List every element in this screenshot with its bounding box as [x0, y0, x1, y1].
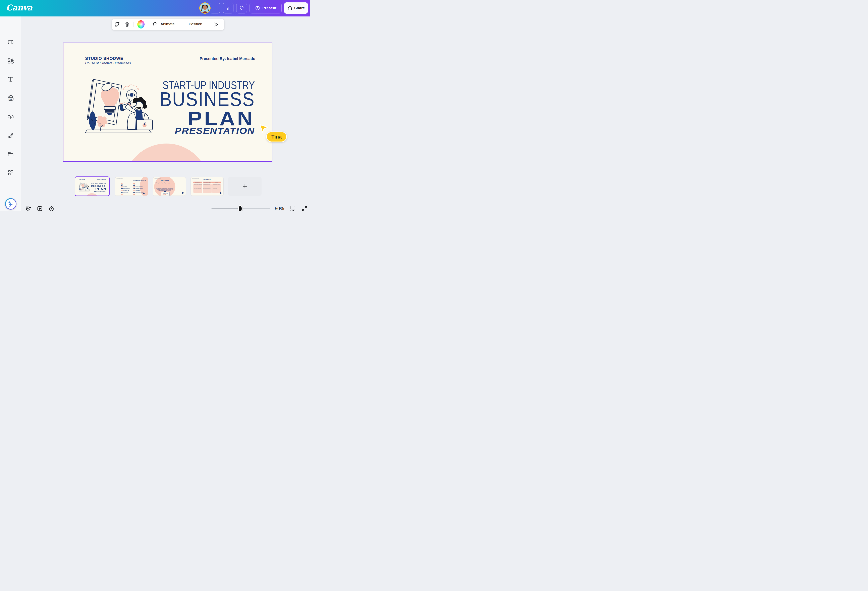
slide-title-line4[interactable]: PRESENTATION — [175, 126, 255, 136]
sidebar-item-draw[interactable] — [7, 132, 14, 139]
toc-item: 07THE CREATIVE TEAM — [121, 190, 133, 192]
position-button[interactable]: Position — [189, 22, 202, 26]
slide-pink-dome-shape[interactable] — [124, 143, 209, 162]
collaborator-name-label: Tina — [266, 131, 287, 142]
thumb1-title4: PRESENTATION — [94, 191, 106, 192]
draw-pen-icon — [7, 132, 14, 138]
zoom-slider-handle[interactable] — [238, 205, 242, 211]
toc-num: 07 — [121, 190, 123, 191]
canva-logo[interactable]: Canva — [6, 3, 32, 12]
thumb4-title: CHALLENGES — [193, 179, 221, 181]
divider — [148, 22, 148, 27]
share-upload-icon — [287, 6, 292, 10]
challenge-col-title: RESOURCE CONSTRAINTS — [204, 182, 211, 183]
divider — [183, 22, 183, 27]
play-button[interactable] — [37, 205, 43, 211]
fullscreen-button[interactable] — [301, 205, 307, 211]
present-button[interactable]: Present — [249, 3, 282, 13]
next-arrow-icon — [143, 193, 145, 194]
expand-icon — [301, 205, 307, 211]
delete-button[interactable] — [124, 21, 130, 28]
sidebar-item-text[interactable] — [7, 76, 14, 83]
comment-plus-icon — [114, 21, 120, 28]
animate-icon — [151, 21, 157, 28]
slide-thumbnail-2[interactable]: www.reallygreatsite.com TABLE OF CONTENT… — [115, 177, 148, 195]
divider — [133, 22, 134, 27]
comments-button[interactable] — [236, 3, 247, 13]
challenge-bullet: Limited financial resources and manpower… — [203, 184, 211, 187]
sidebar-item-brand[interactable]: co — [7, 95, 14, 101]
toc-label: THE CREATIVE TEAM — [123, 190, 129, 191]
notes-button[interactable] — [25, 205, 31, 211]
present-label: Present — [262, 6, 276, 10]
add-page-button[interactable] — [228, 177, 261, 196]
slide-illustration[interactable] — [84, 72, 154, 136]
context-toolbar: Animate Position — [112, 19, 224, 30]
color-picker-button[interactable] — [137, 20, 145, 28]
sidebar-item-uploads[interactable] — [7, 113, 14, 120]
share-button[interactable]: Share — [284, 2, 308, 14]
challenge-col-title: CREDIBILITY — [215, 182, 218, 183]
slide-page[interactable]: STUDIO SHODWE House of Creative Business… — [63, 43, 272, 162]
slide-presented-by[interactable]: Presented By: Isabel Mercado — [200, 56, 255, 61]
thumb1-tagline: House of Creative Businesses — [79, 180, 87, 180]
add-member-button[interactable] — [210, 3, 220, 13]
slide-thumbnail-4[interactable]: www.reallygreatsite.com CHALLENGES UNPRO… — [191, 177, 223, 195]
toc-num: 11 — [133, 185, 135, 186]
next-arrow-icon — [220, 192, 221, 194]
canva-editor: Canva — [0, 0, 310, 211]
toc-item: 14SWOT ANALYSIS — [133, 190, 146, 192]
magic-assistant-button[interactable] — [5, 198, 16, 210]
sidebar-item-apps[interactable] — [7, 169, 14, 176]
animate-label[interactable]: Animate — [161, 22, 175, 26]
toc-label: CLIENT TESTIMONIALS — [136, 183, 142, 183]
next-arrow-icon — [182, 192, 183, 194]
toc-num: 06 — [121, 188, 123, 189]
share-label: Share — [294, 6, 305, 10]
toc-num: 12 — [133, 186, 135, 188]
slide-thumbnail-3[interactable]: www.reallygreatsite.com OUR VISION We as… — [153, 177, 186, 195]
toc-item: 04OUR VISION — [121, 185, 133, 186]
grid-view-icon — [290, 205, 296, 211]
toc-label: SWOT ANALYSIS — [136, 190, 140, 191]
slide-brand-name[interactable]: STUDIO SHODWE — [85, 56, 123, 61]
zoom-level[interactable]: 50% — [275, 206, 284, 211]
toc-item: 03INTRODUCTION — [121, 183, 133, 185]
plus-icon — [242, 184, 247, 189]
slide-thumbnail-1[interactable]: STUDIO SHODWE House of Creative Business… — [75, 176, 109, 196]
thumb3-website-url: www.reallygreatsite.com — [155, 179, 161, 179]
challenge-bullet: Explaining how the business will scale a… — [213, 187, 221, 189]
notes-icon — [25, 205, 31, 211]
challenge-bullet: Startups may face uncertainties about ma… — [203, 187, 211, 189]
toc-num: 05 — [121, 186, 123, 188]
apps-icon — [7, 170, 14, 176]
animate-button[interactable] — [151, 21, 158, 28]
grid-view-button[interactable] — [290, 205, 296, 211]
thumb3-browser-bar: ••• — [161, 192, 170, 193]
trash-icon — [124, 21, 130, 28]
challenge-bullet: Convincing investors or stakeholders of … — [194, 184, 202, 186]
design-icon — [7, 39, 14, 45]
avatar-image — [200, 3, 210, 13]
sidebar-item-elements[interactable] — [7, 58, 14, 64]
toc-num: 15 — [133, 192, 135, 193]
toc-item: 05CHALLENGES — [121, 186, 133, 188]
toc-column-left: 03INTRODUCTION 04OUR VISION 05CHALLENGES… — [121, 183, 133, 195]
more-button[interactable] — [213, 22, 219, 27]
sidebar-item-design[interactable] — [7, 39, 14, 46]
timer-button[interactable] — [49, 205, 55, 211]
add-comment-button[interactable] — [114, 21, 120, 28]
cloud-upload-icon — [7, 114, 14, 120]
avatar[interactable] — [199, 2, 211, 14]
toc-label: QUESTIONS AND ANSWERS — [136, 192, 143, 193]
present-icon — [255, 5, 260, 11]
toc-label: INTRODUCTION — [123, 183, 128, 183]
toc-item: 10CLIENT TESTIMONIALS — [133, 183, 146, 185]
video-play-icon — [37, 205, 43, 211]
slide-brand-tagline[interactable]: House of Creative Businesses — [85, 61, 131, 65]
double-chevron-right-icon — [213, 22, 218, 27]
chat-bubble-icon — [239, 6, 244, 10]
insights-button[interactable] — [223, 3, 233, 13]
sidebar-item-projects[interactable] — [7, 151, 14, 157]
toc-label: CLIENT PORTFOLIO — [123, 194, 129, 195]
